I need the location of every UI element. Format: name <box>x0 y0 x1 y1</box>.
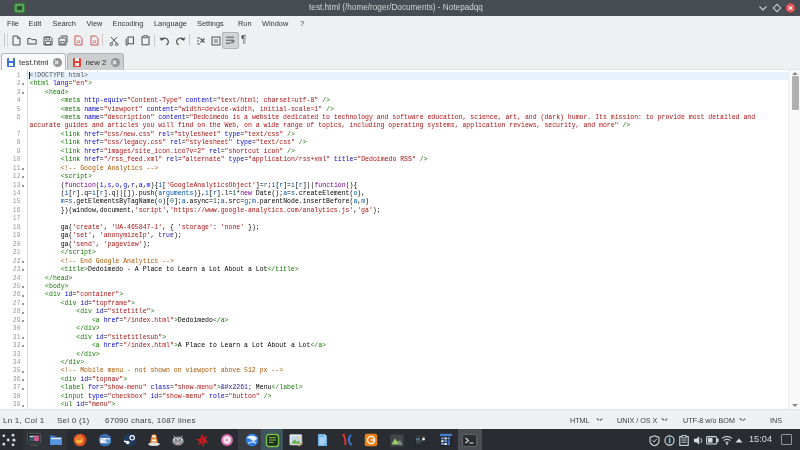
svg-text:15:04: 15:04 <box>749 434 772 444</box>
